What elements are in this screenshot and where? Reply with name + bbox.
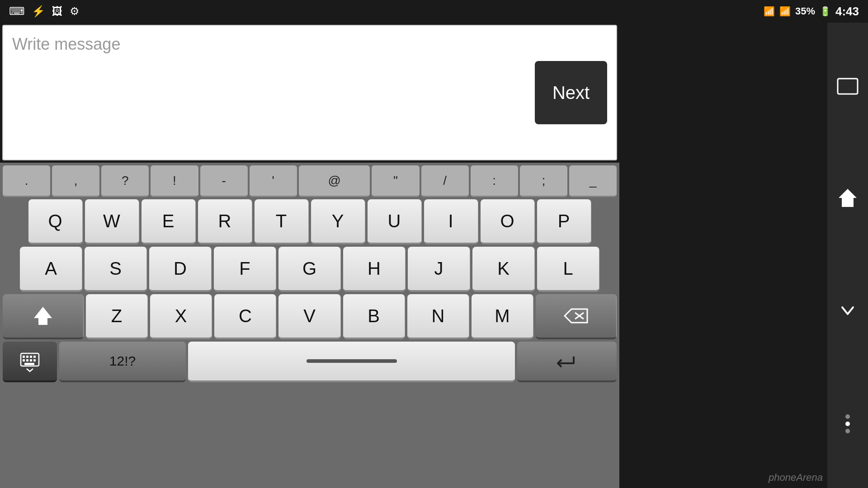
- dot-3: [845, 429, 850, 433]
- key-v[interactable]: V: [278, 294, 340, 339]
- key-x[interactable]: X: [150, 294, 212, 339]
- key-z[interactable]: Z: [86, 294, 148, 339]
- svg-rect-9: [23, 359, 25, 361]
- key-dot[interactable]: .: [3, 165, 50, 197]
- status-bar: ⌨ ⚡ 🖼 ⚙ 📶 📶 35% 🔋 4:43: [0, 0, 868, 23]
- key-apostrophe[interactable]: ': [250, 165, 297, 197]
- signal-icon: 📶: [779, 6, 791, 17]
- key-j[interactable]: J: [408, 247, 470, 292]
- key-semicolon[interactable]: ;: [520, 165, 567, 197]
- right-sidebar: [827, 23, 868, 488]
- message-placeholder: Write message: [12, 35, 120, 53]
- key-comma[interactable]: ,: [52, 165, 99, 197]
- enter-icon: [553, 352, 580, 370]
- key-m[interactable]: M: [472, 294, 533, 339]
- key-i[interactable]: I: [424, 199, 478, 244]
- back-icon[interactable]: [839, 300, 857, 323]
- key-s[interactable]: S: [85, 247, 147, 292]
- svg-rect-11: [30, 359, 32, 361]
- key-colon[interactable]: :: [471, 165, 518, 197]
- shift-key[interactable]: [3, 294, 84, 339]
- time-display: 4:43: [835, 5, 859, 19]
- key-k[interactable]: K: [472, 247, 535, 292]
- space-key[interactable]: [188, 342, 515, 382]
- wifi-icon: 📶: [764, 6, 775, 17]
- svg-rect-12: [33, 359, 36, 361]
- dot-1: [845, 414, 850, 419]
- home-icon[interactable]: [836, 187, 859, 209]
- key-e[interactable]: E: [142, 199, 196, 244]
- battery-icon: 🔋: [820, 6, 831, 17]
- key-a[interactable]: A: [20, 247, 82, 292]
- key-p[interactable]: P: [537, 199, 591, 244]
- image-icon: 🖼: [52, 5, 63, 18]
- key-b[interactable]: B: [343, 294, 405, 339]
- message-input-area: Write message Next: [2, 25, 617, 160]
- status-icons-right: 📶 📶 35% 🔋 4:43: [764, 5, 859, 19]
- svg-rect-5: [23, 356, 25, 358]
- key-l[interactable]: L: [537, 247, 599, 292]
- svg-rect-10: [26, 359, 28, 361]
- svg-rect-7: [30, 356, 32, 358]
- settings-icon: ⚙: [70, 5, 80, 18]
- key-q[interactable]: Q: [28, 199, 83, 244]
- key-w[interactable]: W: [85, 199, 139, 244]
- svg-rect-13: [24, 363, 34, 365]
- chevron-down-svg-icon: [839, 300, 857, 323]
- battery-percent: 35%: [795, 5, 815, 17]
- space-bar-indicator: [307, 359, 397, 363]
- key-question[interactable]: ?: [101, 165, 149, 197]
- row-asdf: A S D F G H J K L: [3, 247, 617, 292]
- keyboard: . , ? ! - ' @ " / : ; _ Q W E R T Y U I …: [0, 163, 619, 488]
- svg-marker-15: [839, 189, 857, 207]
- key-f[interactable]: F: [214, 247, 276, 292]
- svg-marker-1: [565, 309, 587, 323]
- row-zxcv: Z X C V B N M: [3, 294, 617, 339]
- window-icon[interactable]: [836, 77, 859, 95]
- svg-marker-0: [34, 307, 52, 325]
- status-icons-left: ⌨ ⚡ 🖼 ⚙: [9, 5, 80, 18]
- backspace-icon: [562, 307, 590, 325]
- key-c[interactable]: C: [214, 294, 276, 339]
- key-n[interactable]: N: [407, 294, 469, 339]
- key-g[interactable]: G: [278, 247, 341, 292]
- enter-key[interactable]: [517, 342, 617, 382]
- key-d[interactable]: D: [149, 247, 212, 292]
- sym-key[interactable]: 12!?: [59, 342, 186, 382]
- dot-2: [845, 422, 850, 426]
- usb-icon: ⌨: [9, 5, 25, 18]
- backspace-key[interactable]: [536, 294, 617, 339]
- next-button[interactable]: Next: [535, 61, 607, 124]
- home-svg-icon: [836, 187, 859, 209]
- keyboard-icon: [19, 350, 41, 372]
- key-t[interactable]: T: [255, 199, 309, 244]
- row-qwerty: Q W E R T Y U I O P: [3, 199, 617, 244]
- key-r[interactable]: R: [198, 199, 252, 244]
- key-dash[interactable]: -: [200, 165, 248, 197]
- key-at[interactable]: @: [299, 165, 370, 197]
- svg-rect-6: [26, 356, 28, 358]
- key-quote[interactable]: ": [372, 165, 419, 197]
- window-svg-icon: [836, 77, 859, 95]
- keyboard-hide-key[interactable]: [3, 342, 57, 382]
- svg-rect-8: [33, 356, 36, 358]
- key-exclaim[interactable]: !: [151, 165, 198, 197]
- key-u[interactable]: U: [368, 199, 422, 244]
- svg-rect-14: [838, 79, 858, 94]
- key-underscore[interactable]: _: [569, 165, 617, 197]
- page-indicator: [845, 414, 850, 433]
- key-y[interactable]: Y: [311, 199, 365, 244]
- key-slash[interactable]: /: [421, 165, 469, 197]
- shift-icon: [32, 305, 54, 327]
- watermark: phoneArena: [769, 472, 823, 483]
- usb2-icon: ⚡: [32, 5, 45, 18]
- main-area: Write message Next . , ? ! - ' @ " / : ;…: [0, 23, 619, 488]
- symbol-row: . , ? ! - ' @ " / : ; _: [3, 165, 617, 197]
- row-bottom: 12!?: [3, 342, 617, 382]
- key-o[interactable]: O: [481, 199, 535, 244]
- key-h[interactable]: H: [343, 247, 406, 292]
